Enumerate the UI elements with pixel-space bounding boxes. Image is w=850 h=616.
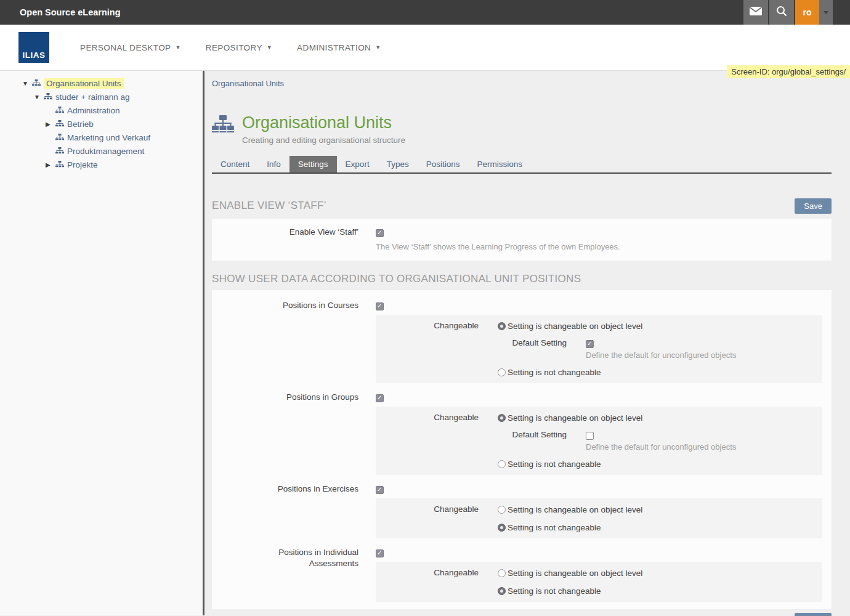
radio-not-changeable[interactable] [498, 368, 506, 376]
default-setting-help: Define the default for unconfigured obje… [586, 351, 736, 360]
screen-id-badge: Screen-ID: orgu/global_settings/ [727, 65, 850, 78]
page-title: Organisational Units [242, 113, 405, 132]
page-subtitle: Creating and editing organisational stru… [242, 136, 405, 145]
page-header: Organisational Units Creating and editin… [212, 113, 832, 145]
header: ILIAS PERSONAL DESKTOP ▼ REPOSITORY ▼ AD… [0, 25, 850, 71]
tab-positions[interactable]: Positions [418, 156, 469, 172]
default-setting-label: Default Setting [508, 338, 567, 349]
radio-changeable-on-object-level[interactable] [498, 322, 506, 330]
orgunit-icon [55, 107, 65, 114]
tab-permissions[interactable]: Permissions [468, 156, 531, 172]
tab-export[interactable]: Export [337, 156, 378, 172]
orgunit-icon [55, 120, 65, 128]
changeable-label: Changeable [376, 503, 479, 516]
check-icon: ✓ [377, 229, 382, 236]
collapse-triangle-icon[interactable]: ▼ [34, 94, 44, 100]
tree-item-administration[interactable]: Administration [0, 103, 203, 117]
section-title: ENABLE VIEW ‘STAFF’ [212, 200, 326, 212]
radio-not-changeable[interactable] [498, 460, 506, 468]
field-label: Positions in Groups [212, 392, 358, 403]
user-data-form: Positions in Courses ✓ Changeable Settin… [212, 290, 832, 609]
form-row-enable-staff: Enable View ‘Staff’ ✓ The View ‘Staff’ s… [212, 227, 832, 252]
tab-content[interactable]: Content [212, 156, 258, 172]
tab-bar: Content Info Settings Export Types Posit… [212, 156, 832, 174]
radio-not-changeable[interactable] [498, 587, 506, 595]
section-enable-staff-header: ENABLE VIEW ‘STAFF’ Save [212, 197, 832, 214]
changeable-subpanel: Changeable Setting is changeable on obje… [376, 315, 822, 383]
orgunit-icon [44, 93, 53, 100]
radio-changeable-on-object-level[interactable] [498, 414, 506, 422]
chevron-down-icon [824, 11, 828, 14]
chevron-down-icon: ▼ [375, 44, 381, 51]
changeable-label: Changeable [376, 567, 479, 579]
tab-settings[interactable]: Settings [289, 156, 337, 172]
envelope-icon [750, 7, 762, 18]
nav-personal-desktop[interactable]: PERSONAL DESKTOP ▼ [68, 37, 193, 59]
main-nav: PERSONAL DESKTOP ▼ REPOSITORY ▼ ADMINIST… [68, 37, 394, 59]
tree-item-organisational-units[interactable]: ▼ Organisational Units [0, 76, 203, 90]
default-setting-help: Define the default for unconfigured obje… [586, 442, 736, 452]
default-setting-checkbox[interactable]: ✓ [586, 340, 594, 348]
orgunit-icon [32, 79, 41, 87]
enable-staff-form: Enable View ‘Staff’ ✓ The View ‘Staff’ s… [212, 219, 832, 261]
save-button-top[interactable]: Save [795, 198, 832, 214]
check-icon: ✓ [377, 549, 382, 556]
expand-triangle-icon[interactable]: ▶ [46, 161, 55, 168]
nav-administration[interactable]: ADMINISTRATION ▼ [285, 37, 393, 59]
tab-types[interactable]: Types [378, 156, 418, 172]
default-setting-checkbox[interactable] [586, 432, 594, 440]
section-user-data-header: SHOW USER DATA ACCORDING TO ORGANISATION… [212, 272, 832, 286]
tree-item-studer-raimann-ag[interactable]: ▼ studer + raimann ag [0, 90, 203, 103]
breadcrumb-link-organisational-units[interactable]: Organisational Units [212, 79, 284, 88]
changeable-subpanel: Changeable Setting is changeable on obje… [376, 407, 822, 475]
check-icon: ✓ [377, 394, 382, 401]
positions-in-exercises-checkbox[interactable]: ✓ [376, 486, 384, 494]
form-row-positions-in-individual-assessments: Positions in Individual Assessments ✓ Ch… [212, 547, 832, 602]
radio-changeable-on-object-level[interactable] [498, 506, 506, 514]
mail-button[interactable] [743, 0, 768, 25]
orgunit-icon [55, 147, 65, 155]
chevron-down-icon: ▼ [267, 44, 272, 51]
check-icon: ✓ [377, 302, 382, 309]
topbar: Open Source eLearning ro [0, 0, 850, 25]
content-area: Screen-ID: orgu/global_settings/ Organis… [204, 71, 850, 615]
sidebar-tree: ▼ Organisational Units ▼ studer + raiman… [0, 71, 203, 615]
positions-in-individual-assessments-checkbox[interactable]: ✓ [376, 549, 384, 557]
positions-in-groups-checkbox[interactable]: ✓ [376, 394, 384, 402]
expand-triangle-icon[interactable]: ▶ [46, 121, 55, 128]
chevron-down-icon: ▼ [175, 44, 180, 51]
radio-not-changeable[interactable] [498, 524, 506, 532]
enable-staff-checkbox[interactable]: ✓ [376, 229, 384, 237]
user-avatar[interactable]: ro [795, 0, 819, 25]
nav-repository[interactable]: REPOSITORY ▼ [193, 37, 285, 59]
changeable-label: Changeable [376, 411, 479, 424]
section-title: SHOW USER DATA ACCORDING TO ORGANISATION… [212, 273, 581, 285]
tree-item-projekte[interactable]: ▶ Projekte [0, 158, 203, 171]
tab-info[interactable]: Info [258, 156, 289, 172]
form-row-positions-in-courses: Positions in Courses ✓ Changeable Settin… [212, 300, 832, 383]
form-row-positions-in-groups: Positions in Groups ✓ Changeable Setting… [212, 392, 832, 475]
field-label: Positions in Courses [212, 300, 358, 311]
search-icon [776, 6, 787, 19]
radio-changeable-on-object-level[interactable] [498, 569, 506, 577]
app-title: Open Source eLearning [20, 7, 743, 17]
check-icon: ✓ [377, 486, 382, 493]
tree-item-produktmanagement[interactable]: Produktmanagement [0, 144, 203, 158]
form-row-positions-in-exercises: Positions in Exercises ✓ Changeable Sett… [212, 484, 832, 538]
positions-in-courses-checkbox[interactable]: ✓ [376, 302, 384, 310]
changeable-subpanel: Changeable Setting is changeable on obje… [376, 498, 822, 538]
user-menu-button[interactable] [819, 0, 833, 25]
topbar-actions: ro [743, 0, 833, 25]
orgunit-page-icon [212, 115, 234, 136]
save-button-bottom[interactable]: Save [795, 613, 832, 616]
changeable-subpanel: Changeable Setting is changeable on obje… [376, 562, 822, 602]
tree-item-marketing-und-verkauf[interactable]: Marketing und Verkauf [0, 131, 203, 144]
ilias-logo[interactable]: ILIAS [18, 32, 49, 63]
orgunit-icon [55, 161, 65, 168]
collapse-triangle-icon[interactable]: ▼ [22, 80, 32, 87]
search-button[interactable] [769, 0, 794, 25]
field-label: Positions in Exercises [212, 484, 358, 495]
logo-text: ILIAS [22, 51, 45, 63]
field-help: The View ‘Staff’ shows the Learning Prog… [376, 242, 832, 252]
tree-item-betrieb[interactable]: ▶ Betrieb [0, 117, 203, 131]
